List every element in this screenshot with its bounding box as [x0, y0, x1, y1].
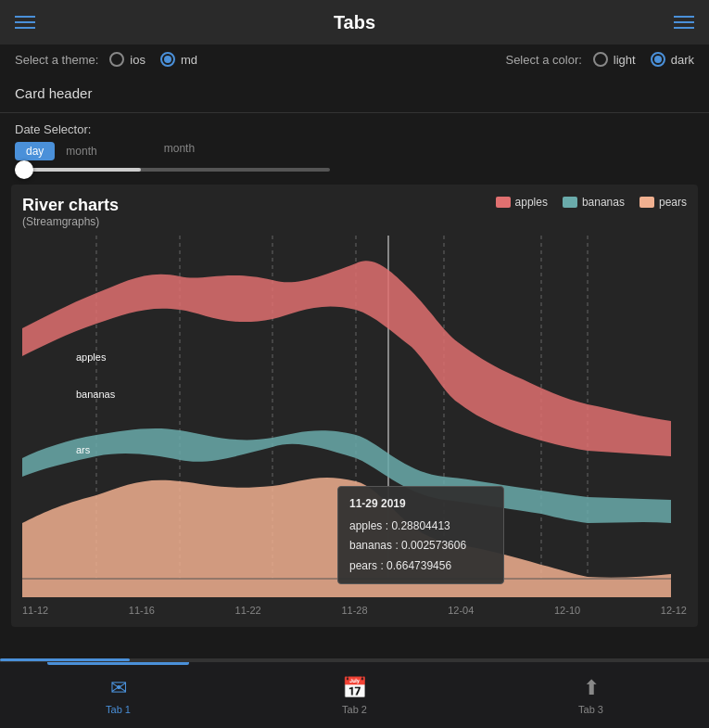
tab-2[interactable]: 📅 Tab 2 [236, 662, 473, 728]
x-axis-labels: 11-12 11-16 11-22 11-28 12-04 12-10 12-1… [22, 601, 687, 616]
radio-ios-label: ios [130, 53, 146, 67]
x-label-2: 11-22 [235, 605, 261, 616]
radio-md-label: md [181, 53, 197, 67]
slider-track [15, 168, 330, 172]
tooltip-pears: pears : 0.664739456 [349, 556, 492, 577]
color-selector-label: Select a color: [505, 53, 581, 67]
radio-md-circle [160, 52, 175, 67]
date-selector-label: Date Selector: [15, 122, 694, 136]
legend-bananas-swatch [563, 197, 577, 208]
radio-dark-label: dark [671, 53, 694, 67]
chart-subtitle: (Streamgraphs) [22, 215, 687, 228]
legend-bananas: bananas [563, 196, 625, 209]
radio-dark[interactable]: dark [651, 52, 694, 67]
tab-3-label: Tab 3 [578, 704, 603, 715]
platform-selector-label: Select a theme: [15, 53, 98, 67]
x-label-5: 12-10 [554, 605, 580, 616]
chart-legend: apples bananas pears [496, 196, 687, 209]
slider-fill [15, 168, 141, 172]
radio-ios-circle [109, 52, 124, 67]
legend-pears-label: pears [659, 196, 687, 209]
chart-tooltip: 11-29 2019 apples : 0.28804413 bananas :… [337, 486, 504, 584]
menu-right-icon[interactable] [674, 16, 694, 29]
legend-pears: pears [639, 196, 687, 209]
tooltip-apples: apples : 0.28804413 [349, 517, 492, 537]
radio-light-circle [593, 52, 608, 67]
radio-md[interactable]: md [160, 52, 197, 67]
chart-svg-wrap[interactable]: apples bananas ars 11-29 2019 apples : 0… [22, 236, 687, 616]
tab-2-icon: 📅 [342, 676, 367, 700]
selector-row: Select a theme: ios md Select a color: l… [0, 45, 709, 74]
radio-dark-circle [651, 52, 665, 67]
legend-apples-swatch [496, 197, 511, 208]
tab-bar: ✉ Tab 1 📅 Tab 2 ⬆ Tab 3 [0, 661, 709, 728]
radio-light-label: light [614, 53, 636, 67]
tab-1-label: Tab 1 [106, 704, 131, 715]
legend-bananas-label: bananas [582, 196, 625, 209]
date-selector: Date Selector: day month month [0, 113, 709, 181]
legend-apples: apples [496, 196, 548, 209]
tab-3-icon: ⬆ [583, 676, 600, 700]
x-label-1: 11-16 [129, 605, 155, 616]
card-header: Card header [0, 74, 709, 113]
tab-2-label: Tab 2 [342, 704, 367, 715]
date-pills: day month month [15, 142, 694, 160]
radio-light[interactable]: light [593, 52, 636, 67]
radio-ios[interactable]: ios [109, 52, 146, 67]
app-title: Tabs [334, 12, 375, 33]
pill-day[interactable]: day [15, 142, 55, 160]
chart-container: River charts (Streamgraphs) apples banan… [11, 185, 698, 627]
month-label: month [164, 142, 195, 160]
app-header: Tabs [0, 0, 709, 45]
stream-label-apples: apples [76, 351, 107, 363]
menu-left-icon[interactable] [15, 16, 35, 29]
x-label-3: 11-28 [341, 605, 367, 616]
slider-thumb[interactable] [15, 160, 33, 179]
legend-apples-label: apples [515, 196, 548, 209]
card-header-text: Card header [15, 85, 92, 101]
platform-radio-group: ios md [109, 52, 197, 67]
tab-1[interactable]: ✉ Tab 1 [0, 662, 236, 728]
x-label-6: 12-12 [661, 605, 687, 616]
tab-1-icon: ✉ [110, 676, 127, 700]
stream-label-pears: ars [76, 444, 91, 455]
x-label-4: 12-04 [448, 605, 474, 616]
stream-label-bananas: bananas [76, 389, 116, 400]
color-radio-group: light dark [593, 52, 694, 67]
x-label-0: 11-12 [22, 605, 48, 616]
date-slider[interactable] [15, 168, 330, 172]
tab-3[interactable]: ⬆ Tab 3 [473, 662, 709, 728]
legend-pears-swatch [639, 197, 654, 208]
tooltip-bananas: bananas : 0.002573606 [349, 536, 492, 556]
pill-month[interactable]: month [55, 142, 108, 160]
tooltip-date: 11-29 2019 [349, 494, 492, 515]
